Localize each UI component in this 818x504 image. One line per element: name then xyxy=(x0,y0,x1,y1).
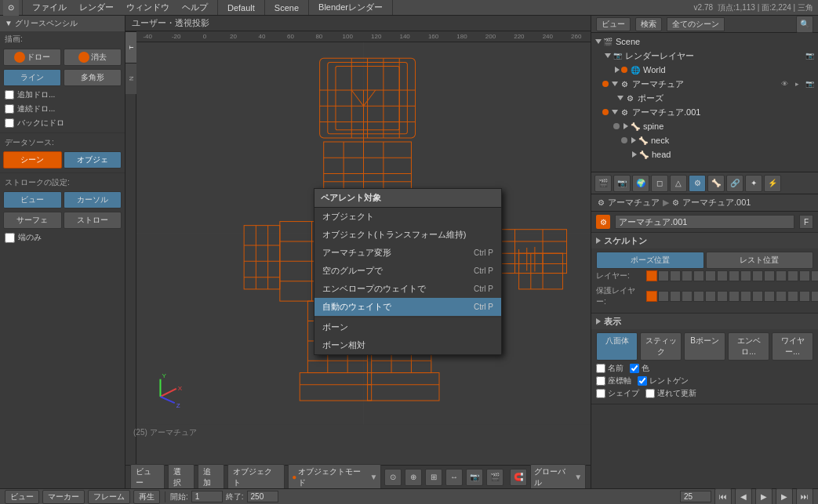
tree-head[interactable]: 🦴 head xyxy=(591,147,818,161)
jump-start-btn[interactable]: ⏮ xyxy=(714,488,732,505)
start-input[interactable] xyxy=(191,491,223,502)
layer-cell-5[interactable] xyxy=(705,291,716,302)
layer-cell-0[interactable] xyxy=(646,291,657,302)
props-icon-constraint[interactable]: 🔗 xyxy=(726,175,743,192)
check-delay-input[interactable] xyxy=(645,389,655,398)
layer-cell-8[interactable] xyxy=(740,291,751,302)
layer-cell-0[interactable] xyxy=(646,270,657,281)
layer-cell-7[interactable] xyxy=(729,291,740,302)
display-bbone[interactable]: Bポーン xyxy=(684,332,725,361)
menu-help[interactable]: ヘルプ xyxy=(176,0,214,15)
vp-mode-dropdown[interactable]: ● オブジェクトモード ▼ xyxy=(288,464,381,489)
props-icon-armature[interactable]: ⚙ xyxy=(689,175,706,192)
option-back-draw-check[interactable] xyxy=(5,118,14,128)
menu-item-empty-groups[interactable]: 空のグループで Ctrl P xyxy=(314,262,501,280)
menu-item-object-transform[interactable]: オブジェクト(トランスフォーム維持) xyxy=(314,226,501,244)
current-frame-input[interactable] xyxy=(680,491,711,502)
check-axes-input[interactable] xyxy=(596,376,605,386)
props-icon-obj[interactable]: ◻ xyxy=(651,175,668,192)
tree-pose[interactable]: ⚙ ポーズ xyxy=(591,91,818,105)
layer-cell-6[interactable] xyxy=(717,291,728,302)
polygon-btn[interactable]: 多角形 xyxy=(64,69,122,86)
vp-icon-snap[interactable]: 🧲 xyxy=(510,469,527,486)
scene-name[interactable]: Scene xyxy=(268,0,305,15)
layer-cell-2[interactable] xyxy=(670,291,681,302)
vp-icon3[interactable]: ⊞ xyxy=(425,469,442,486)
vp-icon6[interactable]: 🎬 xyxy=(486,469,504,486)
erase-btn[interactable]: 消去 xyxy=(64,49,122,66)
props-icon-physics[interactable]: ⚡ xyxy=(764,175,781,192)
layer-cell-11[interactable] xyxy=(776,291,787,302)
layer-cell-14[interactable] xyxy=(811,291,818,302)
renderlayer-cam-icon[interactable]: 📷 xyxy=(804,50,815,61)
display-octahedron[interactable]: 八面体 xyxy=(596,332,638,361)
jump-end-btn[interactable]: ⏭ xyxy=(796,488,813,505)
stroke-surface[interactable]: サーフェ xyxy=(3,212,62,229)
layer-cell-5[interactable] xyxy=(705,270,716,281)
renderer-name[interactable]: Blenderレンダー xyxy=(312,0,389,15)
vp-view-btn[interactable]: ビュー xyxy=(130,464,165,489)
tree-armature001[interactable]: ⚙ アーマチュア.001 xyxy=(591,105,818,119)
layer-cell-6[interactable] xyxy=(717,270,728,281)
vp-icon2[interactable]: ⊕ xyxy=(405,469,422,486)
check-shapes-input[interactable] xyxy=(596,389,605,398)
tree-armature[interactable]: ⚙ アーマチュア 👁 ▸ 📷 xyxy=(591,77,818,91)
outliner-scene-dropdown[interactable]: 全てのシーン xyxy=(667,17,725,31)
check-xray-input[interactable] xyxy=(638,376,647,386)
layer-cell-2[interactable] xyxy=(670,270,681,281)
bottom-frame-btn[interactable]: フレーム xyxy=(88,490,130,504)
menu-item-envelope-weights[interactable]: エンベロープのウェイトで Ctrl P xyxy=(314,280,501,298)
option-additional-draw-check[interactable] xyxy=(5,90,14,100)
tree-scene[interactable]: 🎬 Scene xyxy=(591,34,818,49)
pose-position-btn[interactable]: ポーズ位置 xyxy=(596,252,704,269)
props-icon-bone[interactable]: 🦴 xyxy=(707,175,725,192)
bottom-marker-btn[interactable]: マーカー xyxy=(42,490,85,504)
props-icon-scene2[interactable]: 🌍 xyxy=(632,175,649,192)
stroke-end-only-check[interactable] xyxy=(5,233,15,243)
step-back-btn[interactable]: ◀ xyxy=(735,488,752,505)
skeleton-section-header[interactable]: スケルトン xyxy=(591,233,818,248)
stroke-view[interactable]: ビュー xyxy=(3,191,62,208)
props-icon-renderlayer[interactable]: 📷 xyxy=(613,175,631,192)
layer-cell-13[interactable] xyxy=(799,270,810,281)
bottom-view-btn[interactable]: ビュー xyxy=(5,490,39,504)
tree-world[interactable]: 🌐 World xyxy=(591,63,818,77)
layer-cell-12[interactable] xyxy=(787,270,798,281)
vp-global-dropdown[interactable]: グローバル ▼ xyxy=(530,464,587,489)
layer-cell-3[interactable] xyxy=(682,291,693,302)
menu-item-bone[interactable]: ボーン xyxy=(314,318,501,336)
menu-item-bone-relative[interactable]: ボーン相対 xyxy=(314,336,501,354)
rest-position-btn[interactable]: レスト位置 xyxy=(706,252,814,269)
step-fwd-btn[interactable]: ▶ xyxy=(776,488,793,505)
layer-cell-14[interactable] xyxy=(811,270,818,281)
armature-select-icon[interactable]: ▸ xyxy=(791,78,802,89)
stroke-stroke[interactable]: ストロー xyxy=(64,212,122,229)
layer-cell-4[interactable] xyxy=(693,291,704,302)
props-name-input[interactable] xyxy=(615,215,794,229)
props-icon-particle[interactable]: ✦ xyxy=(745,175,762,192)
layer-cell-12[interactable] xyxy=(787,291,798,302)
vp-icon5[interactable]: 📷 xyxy=(466,469,483,486)
armature-render-icon[interactable]: 📷 xyxy=(804,78,815,89)
layer-cell-10[interactable] xyxy=(764,270,775,281)
stroke-cursor[interactable]: カーソル xyxy=(64,191,122,208)
layer-cell-10[interactable] xyxy=(764,291,775,302)
menu-window[interactable]: ウィンドウ xyxy=(120,0,176,15)
vp-select-btn[interactable]: 選択 xyxy=(168,464,195,489)
armature-eye-icon[interactable]: 👁 xyxy=(779,78,790,89)
menu-file[interactable]: ファイル xyxy=(26,0,73,15)
layer-cell-1[interactable] xyxy=(658,291,669,302)
menu-item-armature-deform[interactable]: アーマチュア変形 Ctrl P xyxy=(314,244,501,262)
layer-cell-4[interactable] xyxy=(693,270,704,281)
outliner-view-btn[interactable]: ビュー xyxy=(596,17,631,31)
display-stick[interactable]: スティック xyxy=(640,332,682,361)
datasource-scene[interactable]: シーン xyxy=(3,151,62,169)
display-section-header[interactable]: 表示 xyxy=(591,314,818,329)
props-name-f-btn[interactable]: F xyxy=(799,215,813,229)
check-name-input[interactable] xyxy=(596,364,605,373)
layer-cell-13[interactable] xyxy=(799,291,810,302)
line-btn[interactable]: ライン xyxy=(3,69,61,86)
layer-cell-9[interactable] xyxy=(752,270,763,281)
bottom-play-btn[interactable]: 再生 xyxy=(133,490,160,504)
side-tab-tools[interactable]: T xyxy=(125,31,136,63)
